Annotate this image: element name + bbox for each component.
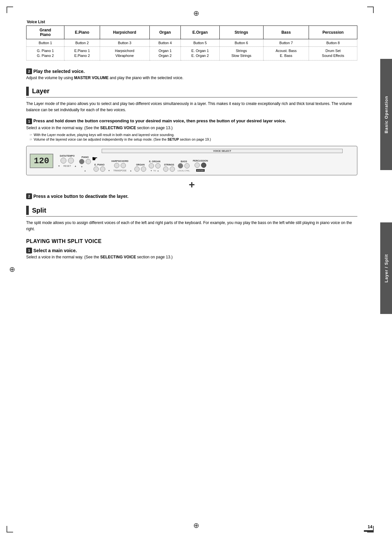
voice-table-header-row: GrandPiano E.Piano Harpsichord Organ E.O… bbox=[26, 26, 357, 39]
piano-label: PIANO bbox=[81, 156, 89, 158]
layer-desc: The Layer mode of the piano allows you t… bbox=[26, 101, 357, 113]
organ-label: ORGAN bbox=[136, 164, 145, 166]
main-content: Voice List GrandPiano E.Piano Harpsichor… bbox=[0, 0, 380, 539]
bass-label: BASS bbox=[181, 160, 187, 163]
compass-top: ⊕ bbox=[193, 9, 199, 18]
harpsichord-arrow-up: ▲ bbox=[130, 169, 132, 172]
piano-btn-arrow: ▼ bbox=[81, 166, 83, 168]
bass-btn-1 bbox=[178, 163, 183, 168]
header-bass: Bass bbox=[263, 26, 309, 39]
step2-layer-num: 2 bbox=[26, 193, 32, 199]
voice-buttons-section: PIANO ▼ ▲ ☛ E. PIANO bbox=[79, 156, 208, 172]
note-text-2: Volume of the layered voice can be adjus… bbox=[34, 137, 211, 141]
data-tempo-label: DATA/TEMPO bbox=[60, 155, 75, 157]
header-harpsichord: Harpsichord bbox=[100, 26, 149, 39]
epiano-btn-1 bbox=[94, 166, 99, 172]
panel-harpsichord: HARPSICHORD ▼ TRANSPOSE ▲ bbox=[108, 160, 132, 172]
strings-btn-2 bbox=[170, 166, 175, 172]
header-grand-piano: GrandPiano bbox=[26, 26, 64, 39]
note-1: ☞ With the Layer mode active, playing ke… bbox=[29, 133, 357, 137]
voice-grand-piano: G. Piano 1G. Piano 2 bbox=[26, 47, 64, 61]
arrow-down: ▼ bbox=[58, 165, 60, 167]
press-voice-title: Press a voice button to deactivate the l… bbox=[33, 194, 128, 199]
corner-mark-tl bbox=[7, 7, 13, 13]
panel-strings: STRINGS bbox=[163, 164, 175, 172]
organ-btn-2 bbox=[141, 166, 146, 172]
split-section-heading: Split bbox=[26, 206, 357, 217]
panel-bass: BASS LOCAL CTRL. bbox=[178, 160, 190, 172]
corner-mark-tr bbox=[367, 7, 374, 13]
btn-6: Button 6 bbox=[219, 39, 263, 47]
arrow-up: ▲ bbox=[74, 165, 77, 167]
plus-sign: + bbox=[26, 179, 357, 191]
bass-btn-2 bbox=[184, 163, 190, 168]
strings-btn-1 bbox=[163, 166, 168, 172]
harpsichord-label: HARPSICHORD bbox=[111, 160, 128, 162]
side-tab-layer-split: Layer / Split bbox=[380, 222, 392, 314]
split-section-title: Split bbox=[32, 207, 46, 214]
voice-list-label: Voice List bbox=[27, 20, 357, 24]
panel-display: 120 bbox=[30, 154, 53, 168]
btn-5: Button 5 bbox=[181, 39, 220, 47]
header-percussion: Percussion bbox=[309, 26, 357, 39]
header-epiano: E.Piano bbox=[64, 26, 100, 39]
header-strings: Strings bbox=[219, 26, 263, 39]
eorgan-btn-1 bbox=[149, 163, 154, 168]
note-icon-1: ☞ bbox=[29, 133, 32, 137]
percussion-label: PERCUSSION bbox=[193, 160, 208, 162]
note-2: ☞ Volume of the layered voice can be adj… bbox=[29, 137, 357, 141]
strings-label: STRINGS bbox=[164, 164, 174, 166]
eorgan-sub: ▼ TO ▲ bbox=[150, 170, 159, 172]
piano-panel: 120 DATA/TEMPO ▼ RESET ▲ VOICE SELECT bbox=[26, 146, 357, 175]
layer-section-bar bbox=[26, 87, 29, 96]
press-voice-heading: 2 Press a voice button to deactivate the… bbox=[26, 193, 357, 199]
play-selected-title: Play the selected voice. bbox=[33, 69, 85, 74]
harpsichord-arrow-down: ▼ bbox=[108, 169, 110, 172]
note-text-1: With the Layer mode active, playing keys… bbox=[34, 133, 175, 137]
reset-label: RESET bbox=[63, 165, 71, 167]
page-number: 14 bbox=[368, 524, 372, 529]
bass-local: LOCAL CTRL. bbox=[178, 170, 190, 172]
header-eorgan: E.Organ bbox=[181, 26, 220, 39]
voice-eorgan: E. Organ 1E. Organ 2 bbox=[181, 47, 220, 61]
layer-split-label: Layer / Split bbox=[384, 254, 389, 283]
btn-7: Button 7 bbox=[263, 39, 309, 47]
harpsichord-btn-2 bbox=[121, 163, 126, 168]
voice-percussion: Drum SetSound Effects bbox=[309, 47, 357, 61]
compass-bottom: ⊕ bbox=[193, 521, 199, 530]
enter-label: ENTER bbox=[196, 169, 205, 172]
percussion-btn-2 bbox=[201, 163, 206, 168]
header-organ: Organ bbox=[149, 26, 180, 39]
piano-sub: ▲ bbox=[84, 169, 86, 172]
btn-3: Button 3 bbox=[100, 39, 149, 47]
button-row: Button 1 Button 2 Button 3 Button 4 Butt… bbox=[26, 39, 357, 47]
voice-table: GrandPiano E.Piano Harpsichord Organ E.O… bbox=[26, 26, 357, 61]
panel-eorgan: E. ORGAN ▼ TO ▲ bbox=[149, 160, 161, 172]
basic-operation-label: Basic Operation bbox=[384, 96, 389, 133]
piano-btn-2 bbox=[86, 159, 91, 164]
piano-btn-1: ▼ bbox=[79, 159, 84, 164]
split-desc: The split mode allows you to assign diff… bbox=[26, 220, 357, 232]
corner-mark-bl bbox=[7, 526, 13, 532]
eorgan-label: E. ORGAN bbox=[149, 160, 161, 163]
data-btn-2 bbox=[68, 158, 74, 164]
voice-row: G. Piano 1G. Piano 2 E.Piano 1E.Piano 2 … bbox=[26, 47, 357, 61]
hand-cursor: ☛ bbox=[92, 155, 98, 163]
voice-harpsichord: HarpsichordVibraphone bbox=[100, 47, 149, 61]
voice-strings: StringsSlow Strings bbox=[219, 47, 263, 61]
select-main-title: Select a main voice. bbox=[33, 248, 77, 253]
epiano-label: E. PIANO bbox=[94, 164, 105, 166]
playing-split-heading: PLAYING WITH SPLIT VOICE bbox=[26, 238, 357, 244]
btn-4: Button 4 bbox=[149, 39, 180, 47]
btn-8: Button 8 bbox=[309, 39, 357, 47]
compass-left: ⊕ bbox=[9, 265, 15, 274]
panel-data-tempo: DATA/TEMPO ▼ RESET ▲ bbox=[58, 155, 77, 167]
layer-section-heading: Layer bbox=[26, 87, 357, 97]
press-hold-sub: Select a voice in the normal way. (See t… bbox=[26, 126, 357, 130]
eorgan-btn-2 bbox=[155, 163, 161, 168]
data-btn-1 bbox=[60, 158, 66, 164]
epiano-btn-2 bbox=[100, 166, 105, 172]
press-hold-title: Press and hold down the button correspon… bbox=[33, 118, 286, 124]
btn-2: Button 2 bbox=[64, 39, 100, 47]
percussion-btn-1 bbox=[195, 163, 200, 168]
